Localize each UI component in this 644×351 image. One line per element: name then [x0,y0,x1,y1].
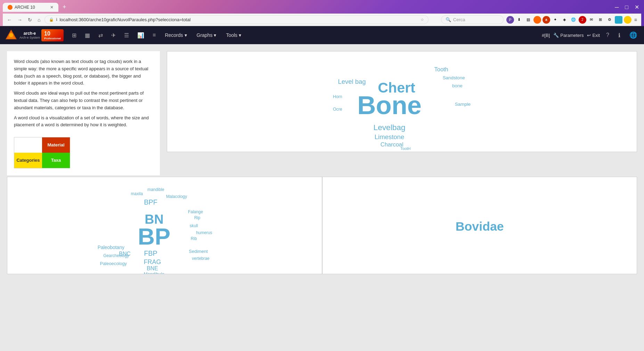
cat-taxa-cell[interactable]: Taxa [42,153,70,168]
download-icon[interactable]: ⬇ [515,16,523,24]
word-chert[interactable]: Chert [378,80,415,96]
exit-btn[interactable]: ↩ Exit [587,33,600,38]
top-cloud-panel: Bone Chert Levelbag Limestone Charcoal L… [167,51,637,152]
word-malacology[interactable]: Malacology [166,194,187,199]
word-bp[interactable]: BP [138,223,171,249]
addon-3[interactable]: ◈ [561,16,568,24]
word-charcoal[interactable]: Charcoal [381,141,403,147]
tools-menu[interactable]: Tools ▾ [222,30,245,40]
minimize-button[interactable]: ─ [613,3,621,11]
table-icon-btn[interactable]: ▦ [82,30,93,41]
parameters-btn[interactable]: 🔧 Parameters [553,33,584,38]
home-button[interactable]: ⌂ [36,16,42,24]
logo-10: 10 Professional [41,29,64,41]
word-paleoecology[interactable]: Paleoecology [100,261,127,266]
firefox-icon[interactable] [533,16,541,24]
word-sediment[interactable]: Sediment [189,249,208,254]
back-button[interactable]: ← [6,16,13,24]
forward-button[interactable]: → [16,16,24,24]
exit-icon: ↩ [587,33,591,38]
word-bn[interactable]: BN [145,212,163,226]
stack-icon-btn[interactable]: ≡ [150,30,158,40]
addon-1[interactable]: a [543,16,550,24]
bottom-left-cloud-svg: BP BN BPF FBP FRAG BNE BNC Mandibule Pal… [7,177,322,274]
word-vertebrae[interactable]: vertebrae [192,256,210,261]
tab-bar: ARCHE 10 ✕ + ─ □ ✕ [3,2,641,12]
addon-9[interactable] [615,16,622,24]
word-bovidae[interactable]: Bovidae [455,220,504,233]
lock-icon: 🔒 [49,17,54,22]
help-btn[interactable]: ? [603,30,612,40]
word-rib[interactable]: Rib [191,236,197,241]
category-grid: Material Categories Taxa [14,137,70,168]
word-paleobotany[interactable]: Paleobotany [98,245,124,250]
word-levelbag[interactable]: Levelbag [374,123,406,132]
tab-close-btn[interactable]: ✕ [50,5,54,10]
new-tab-button[interactable]: + [60,2,69,12]
app-navbar: arch·e Arch-e System 10 Professional ⊞ ▦… [0,26,644,44]
info-icon: ℹ [56,17,57,22]
word-bone-small[interactable]: bone [452,83,463,88]
logo-text: arch·e [24,31,36,36]
word-maxila[interactable]: maxila [131,191,143,196]
word-ocre[interactable]: Ocre [333,107,342,112]
desc-p1: Word clouds (also known as text clouds o… [14,58,153,87]
addon-6[interactable]: ✉ [588,16,595,24]
word-skull[interactable]: skull [190,223,198,228]
menu-button[interactable]: ≡ [633,16,638,24]
plane-icon-btn[interactable]: ✈ [108,30,119,41]
nav-right: #[B] 🔧 Parameters ↩ Exit ? ℹ 🌐 [542,29,640,41]
word-mandibule[interactable]: Mandibule [144,271,164,274]
wrench-icon: 🔧 [553,33,559,38]
addon-4[interactable]: 🌐 [570,16,577,24]
search-icon: 🔍 [446,17,451,22]
search-area[interactable]: 🔍 Cerca [441,15,504,24]
word-bpf[interactable]: BPF [144,199,157,206]
description-text: Word clouds (also known as text clouds o… [7,51,160,175]
word-bne[interactable]: BNE [147,265,158,271]
addon-10[interactable] [624,16,631,24]
word-tooth2[interactable]: TootH [400,146,411,151]
word-level-bag[interactable]: Level bag [338,78,366,85]
addon-5[interactable]: 2 [579,16,586,24]
word-gearcheology[interactable]: Gearcheology [103,254,129,258]
maximize-button[interactable]: □ [623,3,630,11]
word-horn[interactable]: Horn [333,94,342,99]
list-icon-btn[interactable]: ☰ [121,30,132,41]
word-limestone[interactable]: Limestone [375,133,404,141]
tab-title: ARCHE 10 [15,5,35,10]
cat-material-cell[interactable]: Material [42,137,70,153]
cat-empty-cell [14,137,42,153]
url-bar[interactable]: 🔒 ℹ localhost:3600/arche10graficNuvolPar… [44,15,428,24]
grid-icon-btn[interactable]: ⊞ [69,30,79,41]
refresh-button[interactable]: ↻ [26,16,33,24]
graphs-menu[interactable]: Graphs ▾ [193,30,220,40]
word-sandstone[interactable]: Sandstone [443,75,465,80]
chart-icon-btn[interactable]: 📊 [134,30,147,41]
word-tooth[interactable]: Tooth [434,66,448,72]
cat-categories-cell[interactable]: Categories [14,153,42,168]
active-tab[interactable]: ARCHE 10 ✕ [3,3,58,12]
globe-btn[interactable]: 🌐 [627,29,640,41]
word-fbp[interactable]: FBP [144,250,157,257]
addon-7[interactable]: ⊞ [597,16,604,24]
pocket-icon[interactable]: P [506,16,514,24]
word-falange[interactable]: Falange [188,209,203,214]
close-window-button[interactable]: ✕ [633,3,641,11]
word-sample[interactable]: Sample [455,102,471,107]
addon-8[interactable]: ⚙ [606,16,613,24]
word-rip[interactable]: Rip [194,215,201,220]
bottom-right-cloud-svg: Bovidae [323,177,637,274]
address-bar: ← → ↻ ⌂ 🔒 ℹ localhost:3600/arche10grafic… [3,14,641,26]
sidebar-icon[interactable]: ▤ [524,16,532,24]
star-icon[interactable]: ☆ [421,17,424,22]
main-content: Word clouds (also known as text clouds o… [0,44,644,351]
word-mandible[interactable]: mandible [147,187,164,192]
word-frag[interactable]: FRAG [144,258,161,265]
info-nav-btn[interactable]: ℹ [616,30,623,41]
arrows-icon-btn[interactable]: ⇄ [96,30,106,41]
browser-toolbar: P ⬇ ▤ a ✦ ◈ 🌐 2 ✉ ⊞ ⚙ ≡ [506,16,638,24]
word-humerus[interactable]: humerus [196,230,212,235]
addon-2[interactable]: ✦ [552,16,559,24]
records-menu[interactable]: Records ▾ [161,30,190,40]
